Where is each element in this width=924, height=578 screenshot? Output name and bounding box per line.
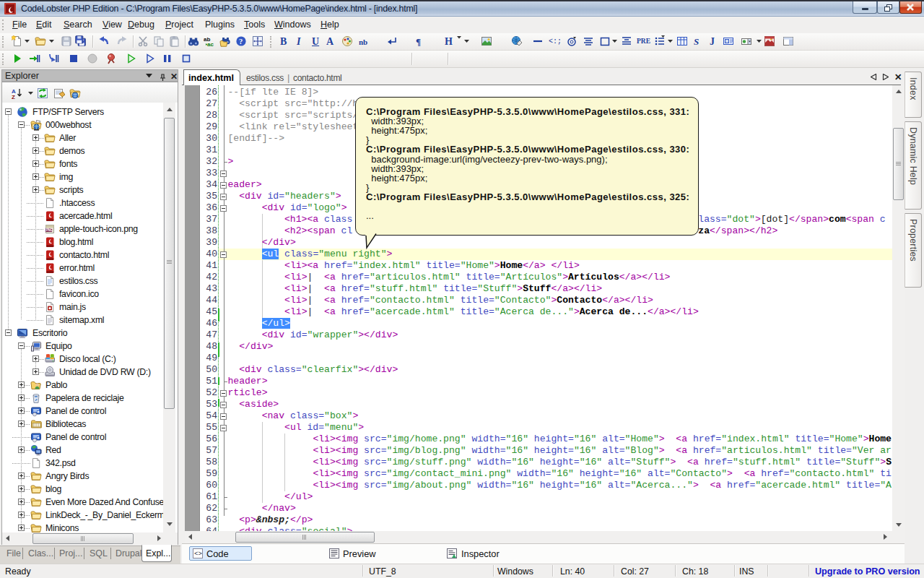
svg-text:Z: Z [12, 94, 15, 100]
svg-text:<:;: <:; [549, 38, 560, 46]
svg-text:ac: ac [207, 41, 214, 47]
svg-text:?: ? [239, 38, 243, 46]
svg-text:PNG: PNG [46, 228, 53, 232]
svg-text:S: S [694, 36, 699, 47]
svg-text:<>: <> [194, 551, 202, 558]
